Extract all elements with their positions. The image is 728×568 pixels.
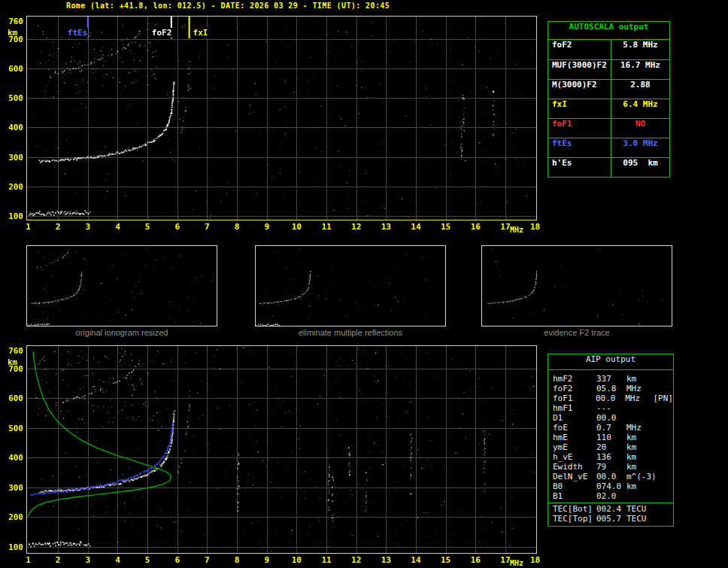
x-axis-label: 18	[527, 222, 544, 232]
x-axis-label: 8	[229, 555, 245, 565]
thumbnail-caption-f2: evidence F2 trace	[481, 328, 672, 337]
x-axis-label: 13	[378, 555, 394, 565]
autoscala-row-fxi: fxI6.4 MHz	[548, 99, 669, 118]
row-label: TEC[Bot]	[553, 504, 596, 514]
aip-row-hve: h_vE136km	[548, 452, 673, 462]
thumbnail-original-canvas	[27, 246, 217, 326]
row-label: M(3000)F2	[548, 80, 611, 99]
row-extra	[655, 413, 673, 423]
row-label: DelN_vE	[553, 472, 596, 481]
y-axis-label: 400	[3, 453, 23, 463]
x-axis-label: 11	[318, 555, 335, 565]
row-label: hmF1	[553, 403, 596, 413]
x-axis-label: 1	[20, 555, 37, 565]
row-value: 095 km	[611, 158, 669, 177]
row-label: Ewidth	[553, 462, 596, 472]
marker-label-fxi: fxI	[193, 28, 209, 38]
aip-row-hmf2: hmF2337km	[548, 374, 673, 384]
x-axis-label: 4	[109, 555, 126, 565]
row-value: 2.88	[611, 80, 669, 99]
row-value: 005.7	[596, 514, 626, 524]
x-axis-label: 1	[20, 222, 37, 232]
thumbnail-caption-reflections: eliminate multiple reflections	[255, 328, 446, 337]
mhz-unit-label: MHz	[510, 226, 523, 234]
x-axis-label: 2	[50, 222, 66, 232]
row-extra	[655, 433, 673, 442]
autoscala-row-hes: h'Es095 km	[548, 157, 669, 177]
x-axis-label: 14	[408, 222, 424, 232]
row-label: TEC[Top]	[553, 514, 596, 524]
row-unit: km	[626, 374, 655, 384]
y-axis-label: 760	[3, 17, 23, 26]
row-unit: m^(-3)	[626, 472, 655, 481]
x-axis-label: 15	[438, 555, 454, 565]
aip-title: AIP output	[548, 354, 673, 370]
tec-rows: TEC[Bot]002.4TECUTEC[Top]005.7TECU	[548, 504, 673, 524]
thumbnail-original-ionogram	[26, 245, 217, 327]
row-value: 6.4 MHz	[611, 99, 669, 118]
bottom-ionogram-canvas	[26, 345, 537, 554]
aip-row-yme: ymE20km	[548, 442, 673, 452]
row-label: foF1	[553, 393, 596, 403]
row-label: MUF(3000)F2	[548, 60, 611, 79]
row-extra: [PN]	[654, 393, 674, 403]
row-extra	[655, 481, 673, 491]
row-extra	[655, 491, 673, 501]
row-extra	[655, 403, 673, 413]
y-axis-label: 400	[3, 123, 23, 132]
x-axis-label: 2	[50, 555, 66, 565]
aip-row-tectop: TEC[Top]005.7TECU	[548, 514, 673, 524]
top-ionogram-canvas	[26, 16, 537, 220]
x-axis-label: 16	[467, 222, 484, 232]
y-axis-label: 200	[3, 182, 23, 192]
row-unit: TECU	[626, 504, 655, 514]
x-axis-label: 11	[318, 222, 335, 232]
row-label: foF1	[548, 119, 611, 138]
row-value: 02.0	[596, 491, 626, 501]
x-axis-label: 16	[467, 555, 484, 565]
x-axis-label: 12	[348, 222, 365, 232]
row-extra	[655, 504, 673, 514]
row-value: 05.8	[596, 384, 626, 393]
x-axis-label: 14	[408, 555, 424, 565]
row-value: 074.0	[596, 481, 626, 491]
thumbnail-multiple-reflections-canvas	[256, 246, 445, 326]
row-label: foF2	[548, 40, 611, 59]
tec-separator	[548, 503, 673, 503]
x-axis-label: 10	[288, 555, 305, 565]
aip-row-ewidth: Ewidth79km	[548, 462, 673, 472]
y-axis-label: 300	[3, 483, 23, 493]
y-axis-label: 500	[3, 93, 23, 103]
autoscala-row-muf3000f2: MUF(3000)F216.7 MHz	[548, 59, 669, 79]
autoscala-row-ftes: ftEs3.0 MHz	[548, 138, 669, 157]
x-axis-label: 7	[199, 222, 215, 232]
x-axis-label: 8	[229, 222, 245, 232]
autoscala-rows: foF25.8 MHzMUF(3000)F216.7 MHzM(3000)F22…	[548, 40, 669, 177]
aip-rows: hmF2337kmfoF205.8MHzfoF100.0MHz[PN]hmF1-…	[548, 370, 673, 501]
row-value: NO	[611, 119, 669, 138]
x-axis-label: 4	[109, 222, 126, 232]
x-axis-label: 13	[378, 222, 394, 232]
row-unit	[626, 403, 655, 413]
header-title: Rome (lat: +41.8, lon: 012.5) - DATE: 20…	[66, 2, 390, 10]
thumbnail-caption-original: original ionogram resized	[26, 328, 217, 337]
x-axis-label: 3	[80, 222, 96, 232]
y-axis-label: 300	[3, 153, 23, 163]
x-axis-label: 6	[169, 555, 186, 565]
row-label: D1	[553, 413, 596, 423]
row-extra	[655, 452, 673, 462]
row-unit: TECU	[626, 514, 655, 524]
row-extra	[655, 514, 673, 524]
row-label: ftEs	[548, 138, 611, 157]
row-value: ---	[596, 403, 626, 413]
y-axis-label: 600	[3, 64, 23, 74]
row-unit: km	[626, 442, 655, 452]
row-label: ymE	[553, 442, 596, 452]
row-unit: km	[626, 481, 655, 491]
row-label: hmE	[553, 433, 596, 442]
marker-label-fof2: foF2	[151, 28, 173, 38]
row-value: 110	[596, 433, 626, 442]
row-label: B0	[553, 481, 596, 491]
row-extra	[655, 423, 673, 433]
x-axis-label: 12	[348, 555, 365, 565]
